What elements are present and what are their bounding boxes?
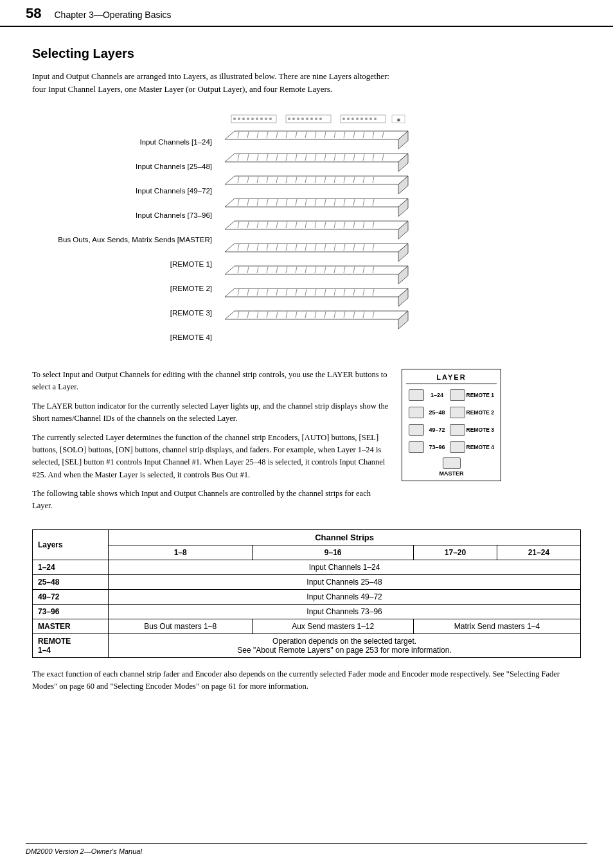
svg-point-16 xyxy=(310,118,313,120)
master-btn[interactable] xyxy=(443,457,461,469)
svg-point-5 xyxy=(251,118,254,120)
page: 58 Chapter 3—Operating Basics Selecting … xyxy=(0,0,613,868)
svg-point-7 xyxy=(260,118,263,120)
svg-marker-66 xyxy=(225,176,408,184)
layer-num-label-2: 49–72 xyxy=(424,427,450,433)
svg-point-1 xyxy=(233,118,236,120)
table-row-3-layer: 73–96 xyxy=(33,604,109,619)
layer-labels: Input Channels [1–24] Input Channels [25… xyxy=(32,105,218,356)
layer-btn-row-0: 1–24 REMOTE 1 xyxy=(406,388,497,402)
svg-point-23 xyxy=(356,118,359,120)
svg-point-13 xyxy=(297,118,299,120)
page-content: Selecting Layers Input and Output Channe… xyxy=(0,27,613,732)
section-title: Selecting Layers xyxy=(32,46,581,61)
layer-panel-title: LAYER xyxy=(406,373,497,384)
svg-point-15 xyxy=(306,118,308,120)
table-layers-header: Layers xyxy=(33,529,109,560)
svg-point-8 xyxy=(265,118,267,120)
body-para-3: The following table shows which Input an… xyxy=(32,488,389,513)
diagram-section: Input Channels [1–24] Input Channels [25… xyxy=(32,105,581,356)
table-sub-header-1: 9–16 xyxy=(253,545,414,560)
svg-point-20 xyxy=(342,118,345,120)
svg-point-27 xyxy=(374,118,377,120)
master-btn-row xyxy=(406,457,497,469)
svg-marker-134 xyxy=(225,266,408,274)
layer-label-3: Input Channels [73–96] xyxy=(32,203,212,227)
table-row-2-layer: 49–72 xyxy=(33,589,109,604)
table-sub-header-2: 17–20 xyxy=(414,545,497,560)
svg-marker-100 xyxy=(225,221,408,229)
svg-point-17 xyxy=(315,118,317,120)
svg-point-18 xyxy=(319,118,322,120)
layer-btn-row-2: 49–72 REMOTE 3 xyxy=(406,423,497,437)
table-row-remote-layer: REMOTE 1–4 xyxy=(33,633,109,657)
table-header-row-1: 1–8 9–16 17–20 21–24 xyxy=(33,545,581,560)
layer-btn-remote3[interactable] xyxy=(450,424,465,436)
table-row-1-layer: 25–48 xyxy=(33,574,109,589)
layer-label-5: [REMOTE 1] xyxy=(32,252,212,276)
table-row-remote-content: Operation depends on the selected target… xyxy=(109,633,581,657)
layer-btn-1-24-left[interactable] xyxy=(409,389,424,401)
table-row-1: 25–48 Input Channels 25–48 xyxy=(33,574,581,589)
layer-remote-label-1: REMOTE 2 xyxy=(465,409,494,416)
svg-marker-117 xyxy=(225,244,408,252)
layer-label-4: Bus Outs, Aux Sends, Matrix Sends [MASTE… xyxy=(32,227,212,252)
layer-label-8: [REMOTE 4] xyxy=(32,325,212,350)
svg-point-25 xyxy=(365,118,368,120)
layer-btn-remote4[interactable] xyxy=(450,441,465,453)
chapter-title: Chapter 3—Operating Basics xyxy=(54,10,171,20)
table-row-0-layer: 1–24 xyxy=(33,560,109,574)
closing-paragraph: The exact function of each channel strip… xyxy=(32,668,581,693)
page-header: 58 Chapter 3—Operating Basics xyxy=(0,0,613,27)
svg-point-12 xyxy=(292,118,295,120)
intro-paragraph: Input and Output Channels are arranged i… xyxy=(32,70,405,95)
body-para-0: To select Input and Output Channels for … xyxy=(32,369,389,394)
layer-btn-row-3: 73–96 REMOTE 4 xyxy=(406,440,497,454)
body-para-2: The currently selected Layer determines … xyxy=(32,432,389,482)
page-number: 58 xyxy=(26,5,41,22)
table-row-1-content: Input Channels 25–48 xyxy=(109,574,581,589)
layer-btn-remote1[interactable] xyxy=(450,389,465,401)
table-row-3: 73–96 Input Channels 73–96 xyxy=(33,604,581,619)
svg-point-3 xyxy=(242,118,245,120)
table-row-remote: REMOTE 1–4 Operation depends on the sele… xyxy=(33,633,581,657)
table-sub-header-3: 21–24 xyxy=(497,545,580,560)
svg-text:▦: ▦ xyxy=(397,118,400,121)
table-header-row-0: Layers Channel Strips xyxy=(33,529,581,545)
table-row-master-cell-2: Matrix Send masters 1–4 xyxy=(414,619,581,633)
svg-point-4 xyxy=(247,118,249,120)
table-sub-header-0: 1–8 xyxy=(109,545,253,560)
table-row-master-cell-1: Aux Send masters 1–12 xyxy=(253,619,414,633)
layers-diagram: ▦ xyxy=(218,112,437,356)
body-para-1: The LAYER button indicator for the curre… xyxy=(32,400,389,425)
table-row-master-layer: MASTER xyxy=(33,619,109,633)
master-label: MASTER xyxy=(406,470,497,477)
table-channel-strips-header: Channel Strips xyxy=(109,529,581,545)
svg-marker-48 xyxy=(225,154,408,162)
layer-btn-73-96-left[interactable] xyxy=(409,441,424,453)
layer-num-label-0: 1–24 xyxy=(424,392,450,398)
layer-num-label-3: 73–96 xyxy=(424,444,450,450)
layer-remote-label-3: REMOTE 4 xyxy=(465,444,494,450)
svg-point-26 xyxy=(369,118,372,120)
svg-point-21 xyxy=(347,118,350,120)
table-row-master-cell-0: Bus Out masters 1–8 xyxy=(109,619,253,633)
layer-btn-25-48-left[interactable] xyxy=(409,407,424,418)
table-row-0: 1–24 Input Channels 1–24 xyxy=(33,560,581,574)
layer-btn-49-72-left[interactable] xyxy=(409,424,424,436)
table-row-3-content: Input Channels 73–96 xyxy=(109,604,581,619)
layer-num-label-1: 25–48 xyxy=(424,409,450,416)
svg-marker-151 xyxy=(225,288,408,297)
table-row-2-content: Input Channels 49–72 xyxy=(109,589,581,604)
svg-marker-168 xyxy=(225,311,408,319)
table-row-2: 49–72 Input Channels 49–72 xyxy=(33,589,581,604)
svg-marker-30 xyxy=(225,131,408,139)
svg-point-22 xyxy=(351,118,354,120)
svg-marker-83 xyxy=(225,199,408,207)
layers-svg: ▦ xyxy=(218,112,424,356)
layer-label-1: Input Channels [25–48] xyxy=(32,154,212,179)
footer-text: DM2000 Version 2—Owner's Manual xyxy=(26,847,142,855)
svg-point-6 xyxy=(256,118,258,120)
layer-btn-remote2[interactable] xyxy=(450,407,465,418)
layer-remote-label-0: REMOTE 1 xyxy=(465,392,494,398)
